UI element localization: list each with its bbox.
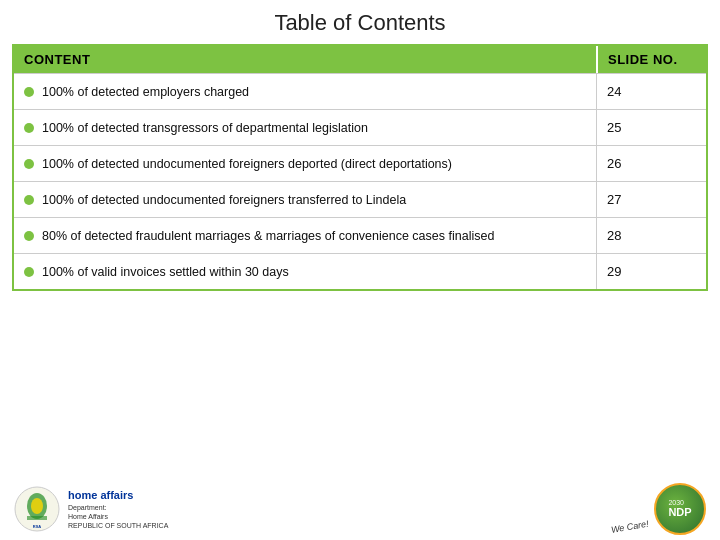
bullet-icon	[24, 231, 34, 241]
row-slide-number: 29	[596, 254, 706, 289]
row-slide-number: 26	[596, 146, 706, 181]
page-title: Table of Contents	[0, 0, 720, 44]
row-text: 100% of detected employers charged	[42, 85, 249, 99]
svg-text:RSA: RSA	[33, 524, 42, 529]
table-row: 100% of detected undocumented foreigners…	[14, 181, 706, 217]
ha-text: home affairs Department: Home Affairs RE…	[68, 488, 168, 530]
content-header: CONTENT	[14, 46, 596, 73]
footer-right: We Care! 2030 NDP	[608, 483, 706, 535]
bullet-icon	[24, 195, 34, 205]
svg-point-2	[31, 498, 43, 514]
bullet-icon	[24, 123, 34, 133]
row-content: 100% of detected transgressors of depart…	[14, 110, 596, 145]
row-content: 80% of detected fraudulent marriages & m…	[14, 218, 596, 253]
table-body: 100% of detected employers charged 24 10…	[14, 73, 706, 289]
row-text: 100% of detected undocumented foreigners…	[42, 157, 452, 171]
row-text: 100% of detected transgressors of depart…	[42, 121, 368, 135]
ndp-circle: 2030 NDP	[654, 483, 706, 535]
row-text: 100% of detected undocumented foreigners…	[42, 193, 406, 207]
row-content: 100% of detected employers charged	[14, 74, 596, 109]
row-slide-number: 27	[596, 182, 706, 217]
ndp-logo: 2030 NDP	[654, 483, 706, 535]
toc-table: CONTENT SLIDE NO. 100% of detected emplo…	[12, 44, 708, 291]
table-row: 80% of detected fraudulent marriages & m…	[14, 217, 706, 253]
row-content: 100% of valid invoices settled within 30…	[14, 254, 596, 289]
row-text: 100% of valid invoices settled within 30…	[42, 265, 289, 279]
bullet-icon	[24, 87, 34, 97]
bullet-icon	[24, 159, 34, 169]
footer-left: RSA home affairs Department: Home Affair…	[14, 486, 168, 532]
slide-header: SLIDE NO.	[596, 46, 706, 73]
table-row: 100% of valid invoices settled within 30…	[14, 253, 706, 289]
row-content: 100% of detected undocumented foreigners…	[14, 146, 596, 181]
row-slide-number: 25	[596, 110, 706, 145]
row-slide-number: 28	[596, 218, 706, 253]
row-slide-number: 24	[596, 74, 706, 109]
table-row: 100% of detected transgressors of depart…	[14, 109, 706, 145]
ha-emblem-icon: RSA	[14, 486, 60, 532]
row-content: 100% of detected undocumented foreigners…	[14, 182, 596, 217]
we-care-text: We Care!	[610, 519, 649, 535]
table-row: 100% of detected employers charged 24	[14, 73, 706, 109]
bullet-icon	[24, 267, 34, 277]
row-text: 80% of detected fraudulent marriages & m…	[42, 229, 494, 243]
footer: RSA home affairs Department: Home Affair…	[0, 478, 720, 540]
table-row: 100% of detected undocumented foreigners…	[14, 145, 706, 181]
table-header: CONTENT SLIDE NO.	[14, 46, 706, 73]
svg-rect-3	[27, 516, 47, 520]
